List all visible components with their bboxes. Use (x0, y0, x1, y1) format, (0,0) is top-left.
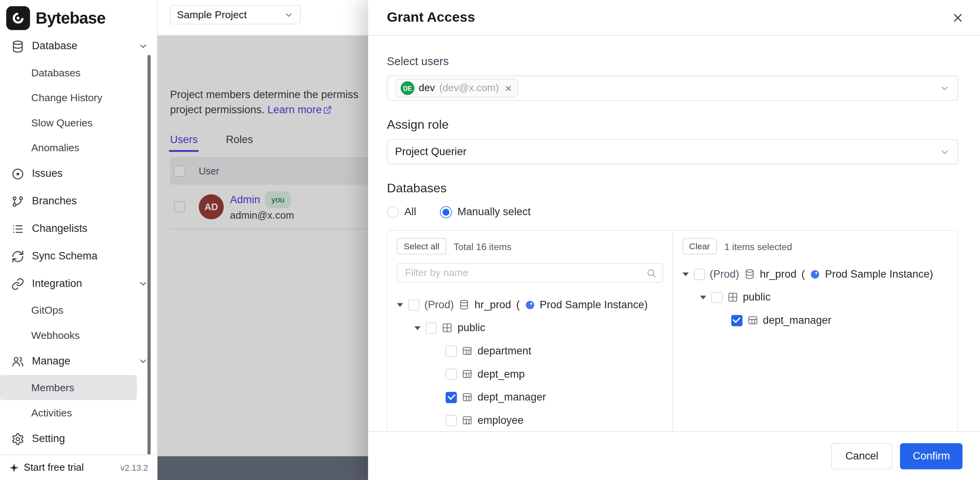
table-name: department (478, 345, 532, 357)
tree-row-table[interactable]: department (388, 339, 672, 363)
checkbox[interactable] (446, 345, 457, 357)
radio-icon[interactable] (387, 206, 399, 218)
checkbox[interactable] (446, 368, 457, 380)
drawer-body: Select users DE dev (dev@x.com) Assign r… (368, 36, 980, 431)
refresh-icon (11, 250, 24, 263)
instance-name: Prod Sample Instance) (540, 299, 648, 311)
close-icon[interactable] (949, 9, 966, 26)
drawer-header: Grant Access (368, 0, 980, 36)
sidebar-item-setting[interactable]: Setting (0, 425, 157, 452)
tree-row-table[interactable]: dept_manager (388, 386, 672, 409)
brand[interactable]: Bytebase (0, 0, 157, 33)
drawer-mask[interactable] (158, 36, 368, 480)
chevron-down-icon (939, 147, 950, 157)
radio-manually-select[interactable]: Manually select (440, 205, 531, 218)
database-icon (11, 40, 24, 53)
drawer-title: Grant Access (387, 9, 475, 26)
instance-icon (525, 300, 535, 310)
cancel-button[interactable]: Cancel (831, 443, 893, 469)
sidebar-item-label: Change History (31, 92, 102, 104)
sidebar-item-integration[interactable]: Integration (0, 270, 157, 297)
database-name: hr_prod (760, 268, 796, 280)
sidebar-item-activities[interactable]: Activities (0, 400, 157, 425)
tree-row-table[interactable]: dept_emp (388, 363, 672, 386)
topbar: Sample Project (158, 0, 368, 36)
checkbox[interactable] (711, 292, 722, 303)
database-transfer-panel: Select all Total 16 items (Prod) (387, 230, 958, 431)
tree-row-database[interactable]: (Prod) hr_prod ( Prod Sample Instance) (388, 293, 672, 316)
sidebar-item-change-history[interactable]: Change History (0, 85, 157, 110)
version-label: v2.13.2 (120, 463, 148, 472)
tree-row-schema[interactable]: public (673, 286, 957, 309)
schema-icon (727, 292, 738, 302)
users-multiselect[interactable]: DE dev (dev@x.com) (387, 76, 958, 100)
radio-icon[interactable] (440, 206, 452, 218)
database-icon (744, 269, 755, 279)
caret-down-icon[interactable] (414, 326, 421, 330)
confirm-button[interactable]: Confirm (900, 443, 963, 469)
sidebar-item-branches[interactable]: Branches (0, 188, 157, 215)
sidebar-item-anomalies[interactable]: Anomalies (0, 135, 157, 160)
assign-role-label: Assign role (387, 117, 958, 132)
radio-all-label: All (404, 205, 416, 218)
git-branch-icon (11, 195, 24, 208)
circle-dot-icon (11, 167, 24, 180)
tree-row-database[interactable]: (Prod) hr_prod ( Prod Sample Instance) (673, 262, 957, 286)
sidebar-item-webhooks[interactable]: Webhooks (0, 323, 157, 347)
selected-items-label: 1 items selected (724, 241, 792, 251)
checkbox[interactable] (446, 415, 457, 426)
grant-access-drawer: Grant Access Select users DE dev (dev@x.… (368, 0, 980, 480)
caret-down-icon[interactable] (700, 295, 706, 299)
chevron-down-icon (284, 10, 294, 20)
schema-icon (442, 323, 452, 333)
filter-field (397, 263, 663, 283)
tree-row-table[interactable]: dept_manager (673, 309, 957, 332)
role-select[interactable]: Project Querier (387, 139, 958, 164)
sidebar-item-issues[interactable]: Issues (0, 160, 157, 188)
sidebar-item-databases[interactable]: Databases (0, 60, 157, 85)
chevron-down-icon (138, 41, 148, 51)
radio-all[interactable]: All (387, 205, 416, 218)
trial-link[interactable]: Start free trial (24, 462, 84, 473)
select-users-label: Select users (387, 54, 958, 68)
filter-input[interactable] (404, 267, 646, 279)
search-icon (646, 268, 656, 278)
caret-down-icon[interactable] (397, 303, 403, 307)
clear-button[interactable]: Clear (682, 238, 717, 254)
databases-label: Databases (387, 181, 958, 196)
sidebar-item-label: Database (32, 40, 77, 52)
sidebar-item-changelists[interactable]: Changelists (0, 215, 157, 243)
sparkle-icon (9, 462, 19, 473)
bytebase-logo-icon (6, 6, 30, 30)
env-label: (Prod) (710, 268, 739, 280)
caret-down-icon[interactable] (682, 272, 688, 276)
project-select[interactable]: Sample Project (170, 5, 301, 24)
sidebar-scrollbar[interactable] (147, 55, 151, 455)
table-icon (462, 345, 473, 356)
env-label: (Prod) (424, 299, 454, 311)
checkbox[interactable] (426, 322, 437, 333)
checkbox[interactable] (408, 299, 419, 310)
sidebar-item-label: Members (31, 382, 74, 394)
table-icon (747, 315, 758, 325)
sidebar-item-label: Changelists (32, 223, 87, 235)
sidebar-item-slow-queries[interactable]: Slow Queries (0, 110, 157, 135)
checkbox-checked[interactable] (446, 392, 457, 403)
sidebar-item-gitops[interactable]: GitOps (0, 297, 157, 322)
checkbox[interactable] (693, 268, 705, 280)
tree-row-schema[interactable]: public (388, 316, 672, 340)
source-tree: (Prod) hr_prod ( Prod Sample Instance) p… (388, 293, 672, 431)
database-name: hr_prod (474, 299, 511, 311)
user-email: (dev@x.com) (439, 83, 499, 94)
sidebar-item-members[interactable]: Members (0, 375, 137, 400)
sidebar-item-sync-schema[interactable]: Sync Schema (0, 242, 157, 270)
tree-row-table[interactable]: employee (388, 409, 672, 431)
sidebar-item-database[interactable]: Database (0, 33, 157, 60)
checkbox-checked[interactable] (731, 315, 742, 326)
select-all-button[interactable]: Select all (397, 238, 446, 254)
total-items-label: Total 16 items (454, 241, 511, 251)
sidebar-item-manage[interactable]: Manage (0, 347, 157, 375)
user-name: dev (419, 83, 435, 94)
remove-user-icon[interactable] (504, 84, 513, 92)
schema-name: public (457, 321, 485, 334)
